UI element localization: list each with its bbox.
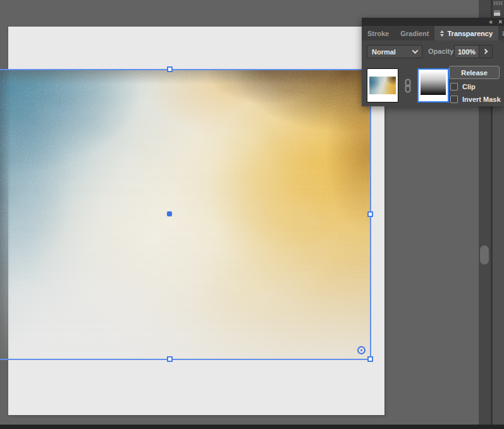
selection-handle-top-center[interactable] bbox=[167, 66, 173, 72]
blend-mode-select[interactable]: Normal bbox=[367, 45, 422, 58]
link-toggle[interactable] bbox=[398, 68, 417, 103]
window-bottom-edge bbox=[0, 425, 504, 429]
chevron-down-icon bbox=[412, 47, 419, 54]
chevron-right-icon bbox=[482, 49, 488, 54]
opacity-input[interactable] bbox=[454, 45, 479, 58]
blend-mode-value: Normal bbox=[372, 48, 396, 56]
panel-dock-edge-top bbox=[493, 0, 504, 18]
tab-stroke-label: Stroke bbox=[367, 30, 389, 37]
collapse-panel-icon[interactable]: « bbox=[489, 19, 493, 25]
panel-menu-icon[interactable]: ≡ bbox=[498, 28, 504, 39]
clip-checkbox-label: Clip bbox=[462, 83, 476, 90]
selection-edge-bottom bbox=[0, 359, 371, 360]
transparency-panel: « × Stroke Gradient Transparency ≡ Norma… bbox=[362, 18, 504, 106]
clip-checkbox[interactable] bbox=[450, 83, 458, 90]
artwork-thumbnail-preview bbox=[369, 77, 396, 94]
paint-texture-grain bbox=[0, 70, 371, 359]
link-icon bbox=[403, 78, 412, 93]
dock-grip-icon bbox=[494, 1, 502, 5]
panel-cycle-icon[interactable] bbox=[440, 28, 444, 39]
tab-stroke[interactable]: Stroke bbox=[362, 26, 395, 40]
artwork-thumbnail[interactable] bbox=[367, 68, 398, 103]
opacity-mask-preview bbox=[421, 72, 446, 95]
opacity-mask-thumbnail[interactable] bbox=[417, 68, 449, 103]
tab-gradient[interactable]: Gradient bbox=[395, 26, 434, 40]
tab-transparency[interactable]: Transparency bbox=[434, 26, 498, 40]
appearance-target-icon[interactable] bbox=[357, 346, 366, 354]
paint-texture-blotch bbox=[0, 70, 371, 359]
clip-checkbox-row: Clip bbox=[450, 82, 476, 91]
tab-gradient-label: Gradient bbox=[400, 30, 429, 37]
selection-handle-bottom-center[interactable] bbox=[167, 356, 173, 362]
selection-center-point[interactable] bbox=[167, 211, 172, 216]
dock-panel-icon[interactable] bbox=[494, 10, 500, 16]
close-panel-icon[interactable]: × bbox=[498, 19, 501, 25]
vertical-scrollbar-thumb[interactable] bbox=[480, 246, 489, 264]
selection-edge-top bbox=[0, 69, 371, 70]
panel-tab-bar: Stroke Gradient Transparency ≡ bbox=[362, 26, 504, 40]
release-button[interactable]: Release bbox=[449, 66, 500, 79]
placed-image[interactable] bbox=[0, 70, 371, 359]
opacity-label: Opacity: bbox=[428, 45, 456, 58]
invert-mask-checkbox-row: Invert Mask bbox=[450, 95, 501, 104]
invert-mask-checkbox[interactable] bbox=[450, 96, 458, 103]
selection-handle-bottom-right[interactable] bbox=[367, 356, 373, 362]
panel-chrome-bar: « × bbox=[362, 18, 504, 26]
invert-mask-checkbox-label: Invert Mask bbox=[462, 96, 501, 103]
transparency-panel-body: Normal Opacity: Release Clip Invert Mas bbox=[362, 40, 504, 106]
opacity-stepper-button[interactable] bbox=[479, 45, 493, 58]
tab-transparency-label: Transparency bbox=[447, 30, 493, 37]
selection-handle-right-middle[interactable] bbox=[367, 211, 373, 217]
